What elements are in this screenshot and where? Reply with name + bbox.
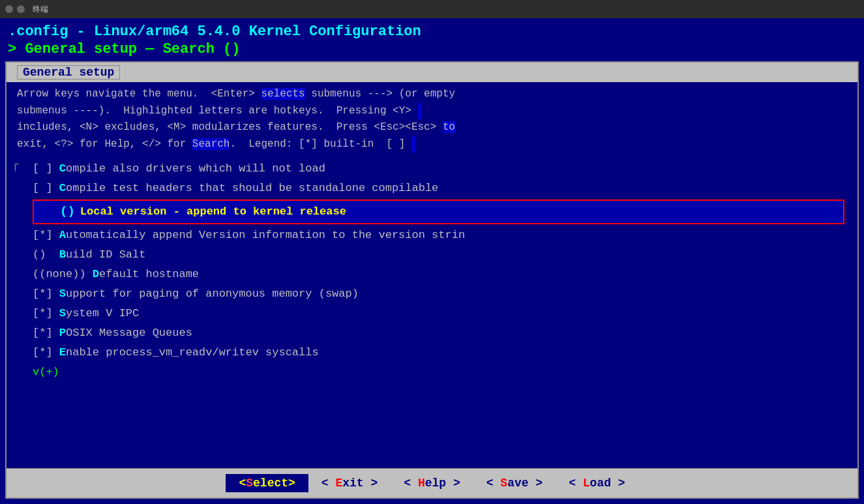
- left-bracket-top: ┌: [12, 158, 19, 171]
- menu-item-default-hostname[interactable]: ((none)) Default hostname: [7, 265, 857, 284]
- info-line-3: includes, <N> excludes, <M> modularizes …: [17, 119, 847, 136]
- menu-item-auto-append[interactable]: [*] Automatically append Version informa…: [7, 226, 857, 245]
- select-label: <Select>: [239, 477, 295, 490]
- load-label: < Load >: [569, 477, 625, 490]
- title-bar: 终端: [0, 0, 864, 18]
- watermark: CSDN @qq_44990642: [769, 489, 856, 499]
- header-breadcrumb: > General setup — Search (): [0, 41, 864, 61]
- menu-item-swap[interactable]: [*] Support for paging of anonymous memo…: [7, 284, 857, 304]
- bottom-nav: <Select> < Exit > < Help > < Save > < Lo…: [7, 468, 857, 497]
- menu-item-compile-drivers[interactable]: [ ] Compile also drivers which will not …: [7, 159, 857, 179]
- load-button[interactable]: < Load >: [556, 474, 638, 492]
- info-line-2: submenus ----). Highlighted letters are …: [17, 103, 847, 120]
- info-line-1: Arrow keys navigate the menu. <Enter> se…: [17, 86, 847, 103]
- save-button[interactable]: < Save >: [473, 474, 556, 492]
- terminal-body: .config - Linux/arm64 5.4.0 Kernel Confi…: [0, 18, 864, 504]
- info-line-4: exit, <?> for Help, </> for Search. Lege…: [17, 136, 847, 153]
- exit-label: < Exit >: [321, 477, 378, 490]
- close-btn[interactable]: [5, 5, 13, 13]
- terminal-window: 终端 .config - Linux/arm64 5.4.0 Kernel Co…: [0, 0, 864, 504]
- menu-item-compile-test[interactable]: [ ] Compile test headers that should be …: [7, 179, 857, 198]
- panel-title-row: General setup: [7, 63, 857, 82]
- panel-title: General setup: [17, 65, 120, 80]
- menu-item-posix-mq[interactable]: [*] POSIX Message Queues: [7, 323, 857, 343]
- exit-button[interactable]: < Exit >: [308, 474, 391, 492]
- minimize-btn[interactable]: [17, 5, 25, 13]
- menu-item-build-id[interactable]: () Build ID Salt: [7, 245, 857, 265]
- menu-item-local-version[interactable]: () Local version - append to kernel rele…: [33, 200, 844, 224]
- help-button[interactable]: < Help >: [391, 474, 473, 492]
- save-label: < Save >: [486, 477, 543, 490]
- header-title: .config - Linux/arm64 5.4.0 Kernel Confi…: [0, 18, 864, 41]
- menu-item-process-vm[interactable]: [*] Enable process_vm_readv/writev sysca…: [7, 343, 857, 363]
- info-text-area: Arrow keys navigate the menu. <Enter> se…: [7, 82, 857, 156]
- main-panel: General setup Arrow keys navigate the me…: [5, 61, 859, 499]
- scroll-indicator: v(+): [7, 363, 857, 382]
- title-bar-text: 终端: [33, 4, 48, 15]
- menu-item-sysv-ipc[interactable]: [*] System V IPC: [7, 304, 857, 323]
- help-label: < Help >: [404, 477, 460, 490]
- selected-item-wrapper[interactable]: () Local version - append to kernel rele…: [7, 198, 857, 225]
- menu-area: ┌ [ ] Compile also drivers which will no…: [7, 156, 857, 468]
- window-controls: [5, 5, 25, 13]
- select-button[interactable]: <Select>: [226, 474, 308, 492]
